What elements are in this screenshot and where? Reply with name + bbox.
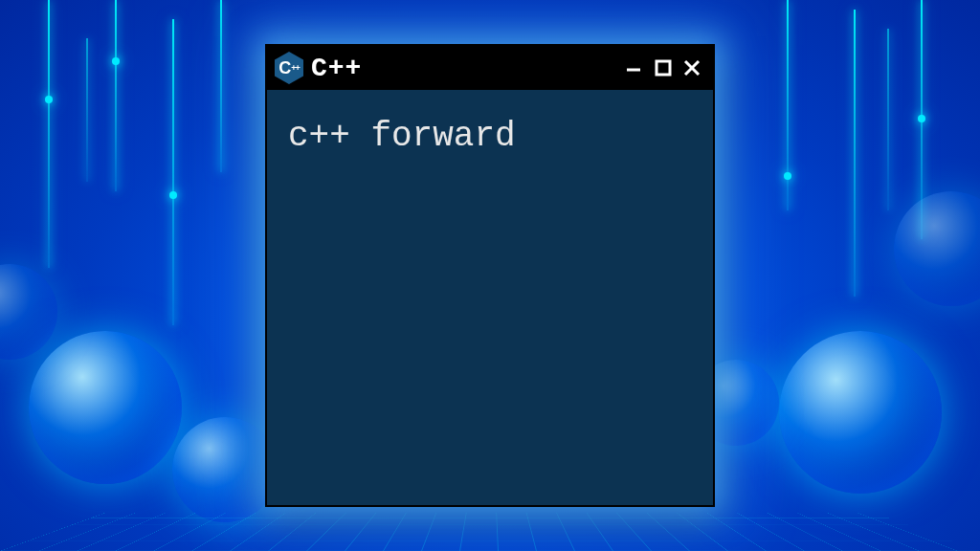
glow-sphere: [894, 191, 980, 306]
svg-rect-1: [657, 61, 670, 75]
cpp-icon: C ++: [275, 52, 303, 84]
terminal-content[interactable]: c++ forward: [267, 90, 713, 183]
circuit-line: [887, 29, 889, 210]
glow-sphere: [172, 417, 278, 522]
circuit-line: [115, 0, 117, 191]
glow-sphere: [29, 331, 182, 484]
circuit-node: [45, 96, 53, 103]
circuit-node: [918, 115, 925, 122]
circuit-node: [784, 172, 791, 180]
icon-plus: ++: [291, 64, 300, 73]
code-line: c++ forward: [288, 117, 692, 156]
window-title: C++: [311, 54, 615, 83]
floor-grid: [0, 513, 980, 551]
circuit-line: [854, 10, 856, 297]
icon-letter: C: [278, 58, 290, 78]
circuit-node: [169, 191, 177, 199]
close-button[interactable]: [680, 56, 703, 79]
circuit-line: [220, 0, 222, 172]
window-controls: [623, 56, 703, 79]
circuit-line: [172, 19, 174, 325]
titlebar[interactable]: C ++ C++: [267, 46, 713, 90]
glow-sphere: [0, 264, 57, 360]
circuit-line: [86, 38, 88, 182]
minimize-button[interactable]: [623, 56, 646, 79]
glow-sphere: [779, 331, 942, 494]
circuit-line: [48, 0, 50, 268]
maximize-button[interactable]: [652, 56, 675, 79]
circuit-node: [112, 57, 120, 65]
terminal-window: C ++ C++ c++ forward: [265, 44, 715, 507]
